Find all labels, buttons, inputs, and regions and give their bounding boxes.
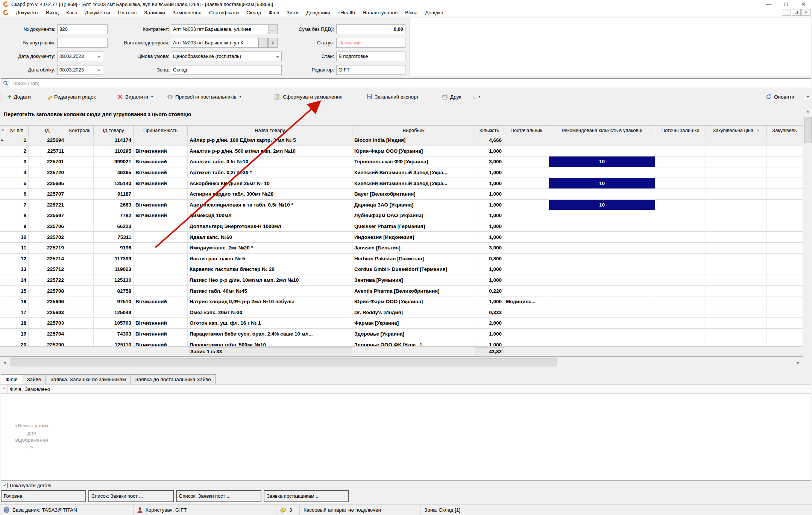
table-row[interactable]: 3225701999021ВітчизнянийАналгин табл. 0.… <box>0 156 803 167</box>
cell-stock <box>655 200 706 211</box>
table-row[interactable]: ▸1225694114174Айлар р-р д/ин. 100 ЕД/мл … <box>0 135 803 146</box>
menu-item-Налаштування[interactable]: Налаштування <box>359 9 401 16</box>
table-row[interactable]: 422572046365ВітчизнянийАртихол табл. 0,2… <box>0 167 803 178</box>
mdi-close-icon[interactable]: ✕ <box>801 9 810 16</box>
cell-rec <box>549 135 655 146</box>
close-icon[interactable]: ✕ <box>795 0 812 8</box>
column-header-qty[interactable]: Кількість <box>475 125 504 135</box>
column-header-n[interactable]: № п/п <box>5 125 29 135</box>
grid-header[interactable]: ≡№ п/пІДКонтрольІД товаруПриналежністьНа… <box>0 125 803 135</box>
menu-item-Документи[interactable]: Документи <box>81 9 114 16</box>
menu-item-Склад[interactable]: Склад <box>243 9 265 16</box>
print-button[interactable]: Друк <box>440 91 463 102</box>
table-row[interactable]: 922570666223Доппельгерц Энерготоник-Н 10… <box>0 221 803 232</box>
table-row[interactable]: 13225712119023Карвелис пастилки блистер … <box>0 264 803 275</box>
consignee-field[interactable]: Апт №003 пгт.Барышевка, ул.К <box>171 38 258 48</box>
menu-item-Звіти[interactable]: Звіти <box>283 9 302 16</box>
tab-filiya[interactable]: Філія <box>1 374 22 384</box>
column-header-id[interactable]: ІД <box>29 125 66 135</box>
detail-col-filiya[interactable]: Філія <box>8 384 23 393</box>
horizontal-scrollbar[interactable]: ◄ ► <box>0 357 803 367</box>
contragent-field[interactable]: Апт №003 пгт.Барышевка, ул.Киев <box>171 24 268 34</box>
detail-col-zamovleno[interactable]: Замовлено <box>23 384 68 393</box>
menu-item-Каса[interactable]: Каса <box>62 9 81 16</box>
checkbox-checked-icon[interactable]: ✓ <box>2 483 8 488</box>
table-row[interactable]: 72257212663ВітчизнянийАцетилсалициловая … <box>0 200 803 211</box>
mdi-restore-icon[interactable] <box>792 9 801 16</box>
tab-zayavka-postachalnyka[interactable]: Заявка до постачальника Зайве <box>131 374 216 384</box>
add-button[interactable]: +Додати <box>6 91 32 102</box>
menu-item-Документ[interactable]: Документ <box>12 9 42 16</box>
column-header-control[interactable]: Контроль <box>66 125 94 135</box>
scroll-left-icon[interactable]: ◄ <box>0 357 9 367</box>
menu-item-Замовлення[interactable]: Замовлення <box>169 9 205 16</box>
menu-item-eHealth[interactable]: eHealth <box>334 9 359 16</box>
edit-row-button[interactable]: Редагувати рядок <box>44 91 97 102</box>
menu-item-Платежі[interactable]: Платежі <box>114 9 140 16</box>
delete-button[interactable]: Видалити▾ <box>116 91 155 102</box>
menu-item-Залишки[interactable]: Залишки <box>140 9 168 16</box>
table-row[interactable]: 17225693125049Омез капс. 20мг №30Dr. Red… <box>0 307 803 318</box>
search-input[interactable]: Поиск (Tab) <box>1 78 811 88</box>
cell-control <box>66 254 94 264</box>
table-row[interactable]: 1622569697510ВітчизнянийНатрия хлорид 0,… <box>0 296 803 307</box>
scroll-right-icon[interactable]: ► <box>794 357 803 367</box>
table-row[interactable]: 20225700125110ВітчизнянийПарацетамол таб… <box>0 339 803 346</box>
global-export-button[interactable]: Загальний експорт <box>365 91 420 102</box>
column-header-maker[interactable]: Виробник <box>352 125 475 135</box>
column-header-price2[interactable]: Закупівель <box>766 125 803 135</box>
table-row[interactable]: 82256977782ВітчизнянийДимексид 100млЛубн… <box>0 210 803 221</box>
mdi-minimize-icon[interactable]: — <box>782 9 791 16</box>
cell-name: Димексид 100мл <box>188 210 352 221</box>
window-button-spysok-1[interactable]: Список: Заявки пост ... <box>88 490 174 502</box>
assign-suppliers-button[interactable]: Присвоїти постачальників▾ <box>165 91 243 102</box>
detail-grid-header[interactable]: ≡ Філія Замовлено <box>1 384 811 394</box>
cell-stock <box>655 339 706 346</box>
vertical-scrollbar[interactable]: ▲ ▼ <box>803 106 812 367</box>
table-row[interactable]: 1022570275311Идеал капс. №60Индонезия [И… <box>0 232 803 243</box>
window-button-holovna[interactable]: Головна <box>1 490 86 502</box>
table-row[interactable]: 622570791187Аспирин кардио табл. 300мг №… <box>0 189 803 200</box>
menu-item-Філії[interactable]: Філії <box>265 9 283 16</box>
refresh-button[interactable]: Оновити <box>764 91 796 102</box>
menu-item-Вихід[interactable]: Вихід <box>42 9 62 16</box>
horizontal-scroll-thumb[interactable] <box>10 358 557 366</box>
column-header-name[interactable]: Назва товару <box>188 125 352 135</box>
column-header-price[interactable]: Закупівельна ціна△ <box>706 125 766 135</box>
vertical-scroll-thumb[interactable] <box>804 117 812 143</box>
column-header-supplier[interactable]: Постачальник <box>504 125 549 135</box>
form-order-button[interactable]: Сформувати замовлення <box>273 91 344 102</box>
table-row[interactable]: 112257199196Имодиум капс. 2мг №20 *Janss… <box>0 243 803 254</box>
menu-item-Довідка[interactable]: Довідка <box>421 9 447 16</box>
cell-stock <box>655 296 706 307</box>
window-button-spysok-2[interactable]: Список: Заявки пост ... <box>176 490 261 502</box>
tab-zalyshky-zaminnyky[interactable]: Заявка. Залишки по замінникам <box>46 374 131 384</box>
table-row[interactable]: 1522570882758Лазикс табл. 40мг №45Aventi… <box>0 286 803 296</box>
sum-field[interactable]: 0,00 <box>336 24 405 34</box>
table-row[interactable]: 2225711110295ВітчизнянийАналгин р-р д/ин… <box>0 146 803 157</box>
notes-area[interactable] <box>409 18 811 76</box>
column-header-stock[interactable]: Поточні залишки <box>655 125 706 135</box>
menu-item-Вікна[interactable]: Вікна <box>401 9 421 16</box>
column-header-tovar_id[interactable]: ІД товару <box>94 125 134 135</box>
menu-item-Сертифікати[interactable]: Сертифікати <box>205 9 243 16</box>
scroll-up-icon[interactable]: ▲ <box>803 106 812 115</box>
search-icon[interactable] <box>1 79 10 88</box>
table-row[interactable]: 12225714117399Инсти гран. пакет № 5Herbi… <box>0 254 803 264</box>
table-row[interactable]: 14225722125130Лазикс Нео р-р д/ин. 10мг/… <box>0 275 803 286</box>
table-row[interactable]: 1922570474393ВітчизнянийПарацетамол беби… <box>0 329 803 340</box>
cell-id: 225695 <box>29 178 66 189</box>
window-button-zayavka[interactable]: Заявка поставщикам .. <box>264 490 349 502</box>
show-details-checkbox[interactable]: ✓ Показувати деталі <box>2 482 51 489</box>
column-header-origin[interactable]: Приналежність <box>134 125 188 135</box>
tab-zayve[interactable]: Зайве <box>22 374 46 384</box>
cell-id: 225704 <box>29 329 66 340</box>
list-menu-button[interactable]: ≡▾ <box>471 91 482 102</box>
table-row[interactable]: 5225695125140ВітчизнянийАскорбинка КВ ды… <box>0 178 803 189</box>
menu-item-Довідники[interactable]: Довідники <box>302 9 334 16</box>
minimize-icon[interactable]: — <box>760 0 777 8</box>
toolbar-overflow-icon[interactable]: ▾ <box>805 91 810 102</box>
column-header-rec[interactable]: Рекомендована кількість в упаковці <box>549 125 655 135</box>
maximize-icon[interactable] <box>777 0 795 8</box>
table-row[interactable]: 18225703105703ВітчизнянийОтотон кап. уш.… <box>0 318 803 329</box>
